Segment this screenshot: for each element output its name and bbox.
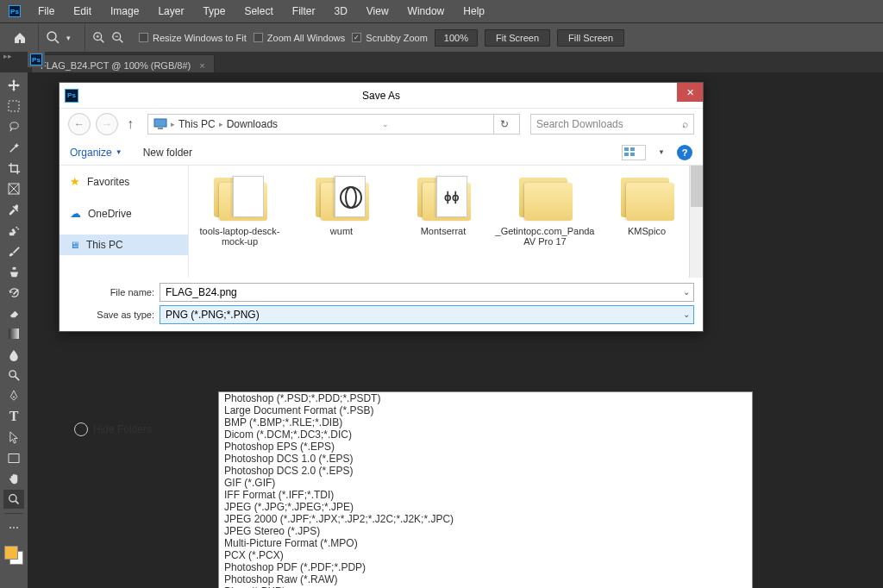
zoom-percent-field[interactable]: 100% bbox=[435, 29, 478, 47]
move-tool-icon[interactable] bbox=[3, 76, 24, 95]
edit-toolbar-icon[interactable]: ⋯ bbox=[3, 518, 24, 537]
format-option[interactable]: Dicom (*.DCM;*.DC3;*.DIC) bbox=[219, 428, 752, 441]
zoom-in-icon[interactable] bbox=[92, 31, 106, 45]
type-tool-icon[interactable]: T bbox=[3, 407, 24, 426]
svg-rect-30 bbox=[624, 147, 629, 151]
save-as-dialog: Ps Save As ✕ ← → ↑ ▸ This PC ▸ Downloads… bbox=[59, 82, 704, 332]
close-tab-icon[interactable]: × bbox=[199, 60, 204, 71]
sidebar-favorites[interactable]: ★Favorites bbox=[59, 171, 188, 192]
eyedropper-tool-icon[interactable] bbox=[3, 200, 24, 219]
format-option[interactable]: Photoshop DCS 1.0 (*.EPS) bbox=[219, 453, 752, 465]
hide-folders-button[interactable]: ˄ Hide Folders bbox=[74, 422, 152, 436]
folder-item[interactable]: wumt bbox=[296, 172, 387, 271]
back-button[interactable]: ← bbox=[68, 113, 91, 135]
view-mode-button[interactable] bbox=[622, 145, 646, 160]
svg-line-20 bbox=[13, 289, 18, 294]
breadcrumb[interactable]: ▸ This PC ▸ Downloads ⌄ ↻ bbox=[147, 114, 520, 134]
folder-item[interactable]: KMSpico bbox=[601, 172, 692, 271]
format-option[interactable]: JPEG Stereo (*.JPS) bbox=[219, 525, 752, 537]
eraser-tool-icon[interactable] bbox=[3, 303, 24, 322]
scrollbar[interactable] bbox=[689, 166, 703, 278]
format-option[interactable]: Photoshop PDF (*.PDF;*.PDP) bbox=[219, 561, 752, 573]
zoom-out-icon[interactable] bbox=[111, 31, 125, 45]
file-name-input[interactable]: FLAG_B24.png ⌄ bbox=[160, 283, 694, 302]
history-brush-tool-icon[interactable] bbox=[3, 283, 24, 302]
save-type-select[interactable]: PNG (*.PNG;*.PNG) ⌄ bbox=[160, 305, 694, 324]
fill-screen-button[interactable]: Fill Screen bbox=[557, 29, 624, 47]
format-dropdown-list[interactable]: Photoshop (*.PSD;*.PDD;*.PSDT)Large Docu… bbox=[218, 391, 753, 588]
format-option[interactable]: JPEG 2000 (*.JPF;*.JPX;*.JP2;*.J2C;*.J2K… bbox=[219, 513, 752, 525]
forward-button[interactable]: → bbox=[96, 113, 118, 135]
menu-file[interactable]: File bbox=[29, 2, 63, 21]
pen-tool-icon[interactable] bbox=[3, 386, 24, 405]
brush-tool-icon[interactable] bbox=[3, 241, 24, 260]
search-input[interactable]: Search Downloads ⌕ bbox=[530, 114, 694, 134]
sidebar-onedrive[interactable]: ☁OneDrive bbox=[59, 203, 188, 224]
new-folder-button[interactable]: New folder bbox=[143, 147, 192, 159]
resize-windows-checkbox[interactable]: Resize Windows to Fit bbox=[139, 33, 247, 43]
menu-view[interactable]: View bbox=[358, 2, 398, 21]
fit-screen-button[interactable]: Fit Screen bbox=[485, 29, 550, 47]
menu-select[interactable]: Select bbox=[235, 2, 281, 21]
zoom-tool-icon[interactable] bbox=[3, 490, 24, 509]
format-option[interactable]: Photoshop DCS 2.0 (*.EPS) bbox=[219, 465, 752, 477]
chevron-down-icon[interactable]: ⌄ bbox=[683, 287, 690, 297]
folder-item[interactable]: _Getintopc.com_Panda AV Pro 17 bbox=[499, 172, 591, 271]
format-option[interactable]: IFF Format (*.IFF;*.TDI) bbox=[219, 489, 752, 501]
folder-item[interactable]: ɸɸ Montserrat bbox=[398, 172, 489, 271]
format-option[interactable]: Large Document Format (*.PSB) bbox=[219, 404, 752, 416]
healing-brush-tool-icon[interactable] bbox=[3, 221, 24, 240]
clone-stamp-tool-icon[interactable] bbox=[3, 262, 24, 281]
help-icon[interactable]: ? bbox=[677, 145, 692, 160]
foreground-color-swatch[interactable] bbox=[4, 546, 18, 560]
file-name-label: File name: bbox=[68, 287, 160, 297]
blur-tool-icon[interactable] bbox=[3, 345, 24, 364]
format-option[interactable]: Photoshop (*.PSD;*.PDD;*.PSDT) bbox=[219, 392, 752, 404]
format-option[interactable]: BMP (*.BMP;*.RLE;*.DIB) bbox=[219, 416, 752, 428]
view-dropdown-icon[interactable]: ▼ bbox=[658, 148, 665, 156]
home-icon[interactable] bbox=[9, 27, 31, 49]
menu-help[interactable]: Help bbox=[454, 2, 493, 21]
hand-tool-icon[interactable] bbox=[3, 469, 24, 488]
frame-tool-icon[interactable] bbox=[3, 179, 24, 198]
menu-window[interactable]: Window bbox=[399, 2, 454, 21]
magic-wand-tool-icon[interactable] bbox=[3, 138, 24, 157]
menu-edit[interactable]: Edit bbox=[65, 2, 100, 21]
path-selection-tool-icon[interactable] bbox=[3, 428, 24, 447]
format-option[interactable]: PCX (*.PCX) bbox=[219, 549, 752, 561]
sidebar-thispc[interactable]: 🖥This PC bbox=[59, 235, 188, 255]
organize-button[interactable]: Organize ▼ bbox=[70, 147, 122, 159]
format-option[interactable]: JPEG (*.JPG;*.JPEG;*.JPE) bbox=[219, 501, 752, 513]
breadcrumb-item[interactable]: This PC bbox=[178, 118, 216, 130]
format-option[interactable]: Multi-Picture Format (*.MPO) bbox=[219, 537, 752, 549]
document-tab-label: FLAG_B24.PCT @ 100% (RGB/8#) bbox=[41, 60, 191, 71]
up-button[interactable]: ↑ bbox=[123, 116, 137, 132]
zoom-tool-icon[interactable] bbox=[46, 30, 61, 46]
scrubby-zoom-checkbox[interactable]: ✓Scrubby Zoom bbox=[352, 33, 428, 43]
dodge-tool-icon[interactable] bbox=[3, 366, 24, 385]
zoom-all-checkbox[interactable]: Zoom All Windows bbox=[254, 33, 345, 43]
panel-handle-icon[interactable]: ▸▸ bbox=[3, 52, 12, 60]
color-swatches[interactable] bbox=[4, 546, 23, 565]
breadcrumb-dropdown-icon[interactable]: ⌄ bbox=[382, 120, 389, 128]
lasso-tool-icon[interactable] bbox=[3, 117, 24, 136]
menu-3d[interactable]: 3D bbox=[325, 2, 355, 21]
format-option[interactable]: Photoshop EPS (*.EPS) bbox=[219, 441, 752, 453]
menu-filter[interactable]: Filter bbox=[284, 2, 324, 21]
breadcrumb-item[interactable]: Downloads bbox=[227, 118, 278, 130]
shape-tool-icon[interactable] bbox=[3, 448, 24, 467]
close-button[interactable]: ✕ bbox=[677, 83, 703, 102]
refresh-button[interactable]: ↻ bbox=[493, 114, 514, 134]
chevron-down-icon[interactable]: ⌄ bbox=[683, 310, 690, 319]
menu-type[interactable]: Type bbox=[194, 2, 234, 21]
format-option[interactable]: Photoshop Raw (*.RAW) bbox=[219, 573, 752, 585]
svg-point-0 bbox=[47, 32, 56, 41]
menu-layer[interactable]: Layer bbox=[149, 2, 192, 21]
marquee-tool-icon[interactable] bbox=[3, 97, 24, 116]
gradient-tool-icon[interactable] bbox=[3, 324, 24, 343]
format-option[interactable]: GIF (*.GIF) bbox=[219, 477, 752, 489]
svg-line-3 bbox=[101, 39, 104, 42]
menu-image[interactable]: Image bbox=[102, 2, 147, 21]
crop-tool-icon[interactable] bbox=[3, 159, 24, 178]
folder-item[interactable]: tools-laptop-desck-mock-up bbox=[194, 172, 285, 271]
